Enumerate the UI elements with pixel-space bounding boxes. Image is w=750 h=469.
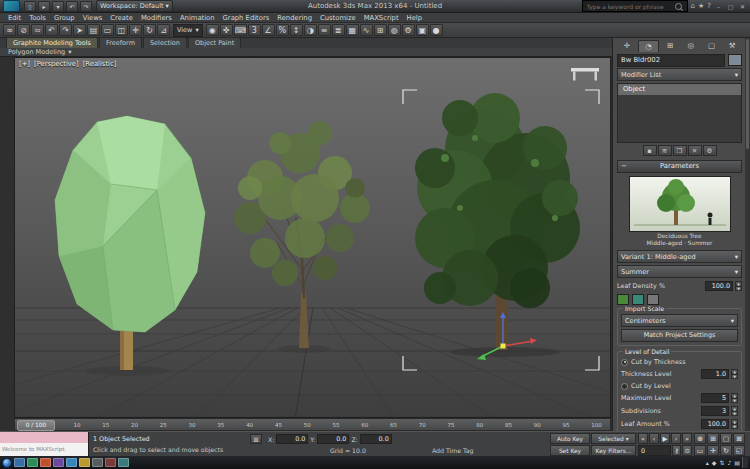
- leaf-amount-field[interactable]: 100.0: [701, 419, 729, 429]
- schematic-view-icon[interactable]: ⊞: [374, 24, 387, 36]
- set-key-button[interactable]: Set Key: [550, 445, 590, 456]
- thickness-level-spinner[interactable]: ▲▼: [731, 369, 738, 379]
- subdivisions-field[interactable]: 3: [701, 406, 729, 416]
- units-dropdown[interactable]: Centimeters ▾: [621, 314, 738, 327]
- use-pivot-center-icon[interactable]: ◉: [206, 24, 219, 36]
- ribbon-tab-object-paint[interactable]: Object Paint: [188, 37, 241, 48]
- key-mode-dropdown[interactable]: Selected ▾: [591, 433, 636, 444]
- rendered-frame-window-icon[interactable]: ▣: [416, 24, 429, 36]
- orbit-icon[interactable]: ↻: [720, 445, 732, 456]
- taskbar-app-icon[interactable]: [118, 458, 129, 467]
- pan-icon[interactable]: ✛: [707, 445, 719, 456]
- menu-item[interactable]: Edit: [4, 14, 25, 22]
- ribbon-tab-freeform[interactable]: Freeform: [99, 37, 142, 48]
- open-file-icon[interactable]: ▸: [38, 1, 50, 12]
- taskbar-app-icon[interactable]: [40, 458, 51, 467]
- action-center-icon[interactable]: ▤: [734, 459, 740, 466]
- select-and-rotate-icon[interactable]: ↻: [143, 24, 156, 36]
- hidden-icons-icon[interactable]: ▴: [706, 459, 709, 466]
- object-color-swatch[interactable]: [728, 54, 742, 66]
- workspace-dropdown[interactable]: Workspace: Default ▾: [96, 0, 173, 12]
- angle-snap-icon[interactable]: ∠: [262, 24, 275, 36]
- play-button[interactable]: ▶: [660, 433, 670, 444]
- thickness-level-field[interactable]: 1.0: [701, 369, 729, 379]
- save-file-icon[interactable]: ▾: [52, 1, 64, 12]
- time-configuration-icon[interactable]: ⊙: [682, 445, 692, 456]
- application-menu-icon[interactable]: [3, 0, 20, 12]
- y-coordinate-field[interactable]: 0.0: [317, 434, 349, 444]
- go-to-start-button[interactable]: «: [638, 433, 648, 444]
- taskbar-app-icon[interactable]: [14, 458, 25, 467]
- taskbar-app-icon[interactable]: [27, 458, 38, 467]
- render-setup-icon[interactable]: ⚙: [402, 24, 415, 36]
- macro-recorder-pane[interactable]: [0, 432, 88, 443]
- ribbon-tab-graphite[interactable]: Graphite Modeling Tools: [6, 37, 98, 48]
- go-to-end-button[interactable]: »: [682, 433, 692, 444]
- menu-item[interactable]: Create: [106, 14, 137, 22]
- object-name-field[interactable]: Bw Bldr002: [617, 54, 725, 67]
- material-editor-icon[interactable]: ◍: [388, 24, 401, 36]
- search-input[interactable]: [585, 2, 673, 11]
- next-frame-button[interactable]: ›: [671, 433, 681, 444]
- menu-item[interactable]: Group: [50, 14, 79, 22]
- taskbar-app-icon[interactable]: [92, 458, 103, 467]
- close-button[interactable]: ✕: [738, 3, 747, 10]
- menu-item[interactable]: Help: [403, 14, 427, 22]
- spinner-snap-icon[interactable]: ↕: [290, 24, 303, 36]
- select-by-name-icon[interactable]: ▤: [87, 24, 100, 36]
- mirror-icon[interactable]: ◑: [304, 24, 317, 36]
- zoom-icon[interactable]: ⊕: [694, 433, 706, 444]
- utilities-tab[interactable]: ⚒: [722, 40, 742, 52]
- polygon-modeling-panel-label[interactable]: Polygon Modeling: [8, 48, 65, 56]
- keyboard-override-icon[interactable]: ⌨: [234, 24, 247, 36]
- zoom-all-icon[interactable]: ⊞: [707, 433, 719, 444]
- season-dropdown[interactable]: Summer ▾: [617, 265, 742, 278]
- maxscript-listener-pane[interactable]: Welcome to MAXScript.: [0, 443, 88, 456]
- modify-tab[interactable]: ◔: [638, 40, 660, 52]
- modifier-list-dropdown[interactable]: Modifier List ▾: [617, 68, 742, 81]
- selection-lock-toggle[interactable]: ⊠: [250, 434, 262, 444]
- display-mode-box-button[interactable]: [647, 294, 659, 305]
- menu-item[interactable]: Animation: [176, 14, 219, 22]
- time-slider-handle[interactable]: 0 / 100: [17, 420, 55, 431]
- select-and-scale-icon[interactable]: ⊿: [157, 24, 170, 36]
- add-time-tag[interactable]: Add Time Tag: [432, 447, 474, 454]
- render-production-icon[interactable]: ●: [430, 24, 443, 36]
- snaps-toggle-icon[interactable]: 3: [248, 24, 261, 36]
- key-mode-toggle-icon[interactable]: ⚷: [672, 445, 682, 456]
- communication-center-icon[interactable]: ⌂: [691, 2, 695, 10]
- menu-item[interactable]: Tools: [25, 14, 50, 22]
- plant-preview-thumbnail[interactable]: [629, 176, 731, 232]
- track-bar[interactable]: 0510152025303540455055606570758085909510…: [14, 418, 611, 431]
- viewport-shading-menu[interactable]: [Realistic]: [83, 60, 117, 68]
- cut-by-thickness-radio[interactable]: [621, 359, 628, 366]
- z-coordinate-field[interactable]: 0.0: [360, 434, 392, 444]
- reference-coordinate-dropdown[interactable]: View ▾: [173, 24, 203, 37]
- zoom-extents-icon[interactable]: ▢: [720, 433, 732, 444]
- lowpoly-tree-object[interactable]: [55, 116, 205, 370]
- layer-manager-icon[interactable]: ≣: [332, 24, 345, 36]
- display-tab[interactable]: ▢: [702, 40, 722, 52]
- show-end-result-button[interactable]: ≋: [658, 145, 672, 156]
- dense-tree-object-selected[interactable]: [415, 93, 580, 350]
- leaf-amount-spinner[interactable]: ▲▼: [731, 419, 738, 429]
- network-icon[interactable]: ⇅: [719, 459, 724, 466]
- minimize-button[interactable]: –: [714, 3, 723, 10]
- previous-frame-button[interactable]: ‹: [649, 433, 659, 444]
- zoom-extents-all-icon[interactable]: ⊠: [733, 433, 745, 444]
- taskbar-app-icon[interactable]: [53, 458, 64, 467]
- maximum-level-field[interactable]: 5: [701, 393, 729, 403]
- cut-by-level-radio[interactable]: [621, 383, 628, 390]
- volume-icon[interactable]: ♪: [727, 459, 731, 466]
- current-frame-field[interactable]: 0: [638, 445, 671, 456]
- undo-icon[interactable]: ↶: [66, 1, 78, 12]
- menu-item[interactable]: Customize: [316, 14, 360, 22]
- restore-button[interactable]: ▢: [726, 3, 735, 10]
- favorites-star-icon[interactable]: ★: [698, 2, 704, 10]
- select-and-move-icon[interactable]: ✛: [129, 24, 142, 36]
- curve-editor-icon[interactable]: ∿: [360, 24, 373, 36]
- configure-modifier-sets-button[interactable]: ⚙: [703, 145, 717, 156]
- hierarchy-tab[interactable]: ⊞: [660, 40, 680, 52]
- variant-dropdown[interactable]: Variant 1: Middle-aged ▾: [617, 250, 742, 263]
- motion-tab[interactable]: ◎: [681, 40, 701, 52]
